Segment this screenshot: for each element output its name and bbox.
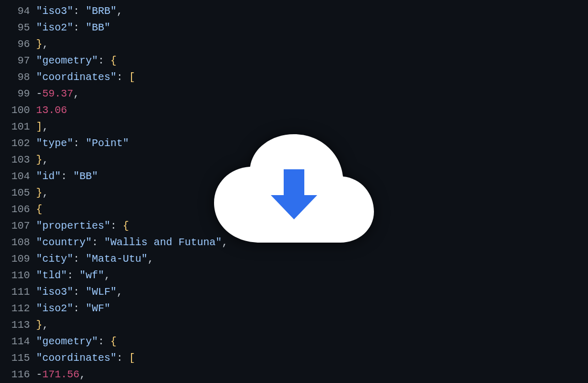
token-str: "wf" xyxy=(79,269,104,281)
token-colon: : xyxy=(73,253,86,265)
token-key: "city" xyxy=(36,253,73,265)
token-colon: : xyxy=(117,71,129,83)
code-line: 105}, xyxy=(0,185,588,201)
token-brack: ] xyxy=(36,121,42,133)
line-number: 114 xyxy=(0,333,36,350)
code-content: "city": "Mata-Utu", xyxy=(36,251,588,267)
token-str: "WLF" xyxy=(86,286,117,298)
code-lines: 94"iso3": "BRB",95"iso2": "BB"96},97"geo… xyxy=(0,3,588,383)
line-number: 103 xyxy=(0,152,36,168)
code-line: 97"geometry": { xyxy=(0,53,588,69)
code-line: 113}, xyxy=(0,317,588,333)
code-content: "country": "Wallis and Futuna", xyxy=(36,234,588,251)
token-key: "properties" xyxy=(36,220,110,232)
line-number: 101 xyxy=(0,119,36,135)
code-line: 111"iso3": "WLF", xyxy=(0,284,588,300)
token-key: "iso3" xyxy=(36,5,73,17)
token-punc: , xyxy=(79,369,86,380)
token-colon: : xyxy=(110,220,123,232)
token-key: "type" xyxy=(36,137,73,149)
token-punc: , xyxy=(42,38,48,50)
code-line: 112"iso2": "WF" xyxy=(0,300,588,317)
token-key: "geometry" xyxy=(36,336,98,347)
code-content: "iso3": "BRB", xyxy=(36,3,588,20)
code-content: "type": "Point" xyxy=(36,135,588,152)
token-key: "tld" xyxy=(36,269,67,281)
line-number: 115 xyxy=(0,350,36,366)
token-colon: : xyxy=(73,302,86,314)
token-key: "iso2" xyxy=(36,22,73,34)
code-content: "properties": { xyxy=(36,218,588,234)
code-content: }, xyxy=(36,185,588,201)
line-number: 112 xyxy=(0,300,36,317)
token-punc: , xyxy=(117,5,123,17)
token-key: "country" xyxy=(36,236,92,248)
line-number: 111 xyxy=(0,284,36,300)
token-key: "id" xyxy=(36,170,61,182)
code-line: 110"tld": "wf", xyxy=(0,267,588,284)
token-key: "geometry" xyxy=(36,55,98,67)
code-editor[interactable]: 94"iso3": "BRB",95"iso2": "BB"96},97"geo… xyxy=(0,0,588,383)
line-number: 110 xyxy=(0,267,36,284)
token-str: "Point" xyxy=(86,137,129,149)
code-line: 114"geometry": { xyxy=(0,333,588,350)
code-content: 13.06 xyxy=(36,102,588,119)
line-number: 100 xyxy=(0,102,36,119)
token-num: 59.37 xyxy=(42,88,73,100)
code-content: ], xyxy=(36,119,588,135)
code-line: 94"iso3": "BRB", xyxy=(0,3,588,20)
token-str: "BB" xyxy=(73,170,98,182)
code-line: 108"country": "Wallis and Futuna", xyxy=(0,234,588,251)
token-colon: : xyxy=(73,5,86,17)
line-number: 96 xyxy=(0,36,36,53)
line-number: 95 xyxy=(0,20,36,36)
code-line: 109"city": "Mata-Utu", xyxy=(0,251,588,267)
token-punc: , xyxy=(222,236,228,248)
code-content: }, xyxy=(36,152,588,168)
token-colon: : xyxy=(67,269,79,281)
line-number: 106 xyxy=(0,201,36,218)
token-key: "coordinates" xyxy=(36,71,117,83)
token-punc: - xyxy=(36,88,42,100)
code-content: "iso3": "WLF", xyxy=(36,284,588,300)
code-content: -171.56, xyxy=(36,366,588,383)
line-number: 113 xyxy=(0,317,36,333)
token-num: 171.56 xyxy=(42,369,79,380)
line-number: 109 xyxy=(0,251,36,267)
token-key: "coordinates" xyxy=(36,352,117,364)
line-number: 104 xyxy=(0,168,36,185)
token-brack: [ xyxy=(129,352,135,364)
token-num: 13.06 xyxy=(36,104,67,116)
token-colon: : xyxy=(73,22,86,34)
code-content: }, xyxy=(36,317,588,333)
code-content: "tld": "wf", xyxy=(36,267,588,284)
token-colon: : xyxy=(61,170,73,182)
token-punc: , xyxy=(117,286,123,298)
code-line: 99-59.37, xyxy=(0,86,588,102)
token-punc: , xyxy=(42,154,48,166)
code-content: "coordinates": [ xyxy=(36,350,588,366)
line-number: 97 xyxy=(0,53,36,69)
token-brack: [ xyxy=(129,71,135,83)
code-content: "geometry": { xyxy=(36,333,588,350)
token-str: "WF" xyxy=(86,302,110,314)
token-colon: : xyxy=(73,137,86,149)
token-punc: , xyxy=(104,269,110,281)
token-key: "iso3" xyxy=(36,286,73,298)
token-punc: , xyxy=(73,88,79,100)
token-str: "Mata-Utu" xyxy=(86,253,148,265)
line-number: 108 xyxy=(0,234,36,251)
line-number: 99 xyxy=(0,86,36,102)
token-colon: : xyxy=(92,236,104,248)
token-brace: { xyxy=(36,203,42,215)
line-number: 98 xyxy=(0,69,36,86)
code-content: "iso2": "BB" xyxy=(36,20,588,36)
code-line: 95"iso2": "BB" xyxy=(0,20,588,36)
token-punc: - xyxy=(36,369,42,380)
token-brace: } xyxy=(36,154,42,166)
code-content: "iso2": "WF" xyxy=(36,300,588,317)
code-line: 116-171.56, xyxy=(0,366,588,383)
code-line: 98"coordinates": [ xyxy=(0,69,588,86)
code-content: "coordinates": [ xyxy=(36,69,588,86)
code-line: 104"id": "BB" xyxy=(0,168,588,185)
